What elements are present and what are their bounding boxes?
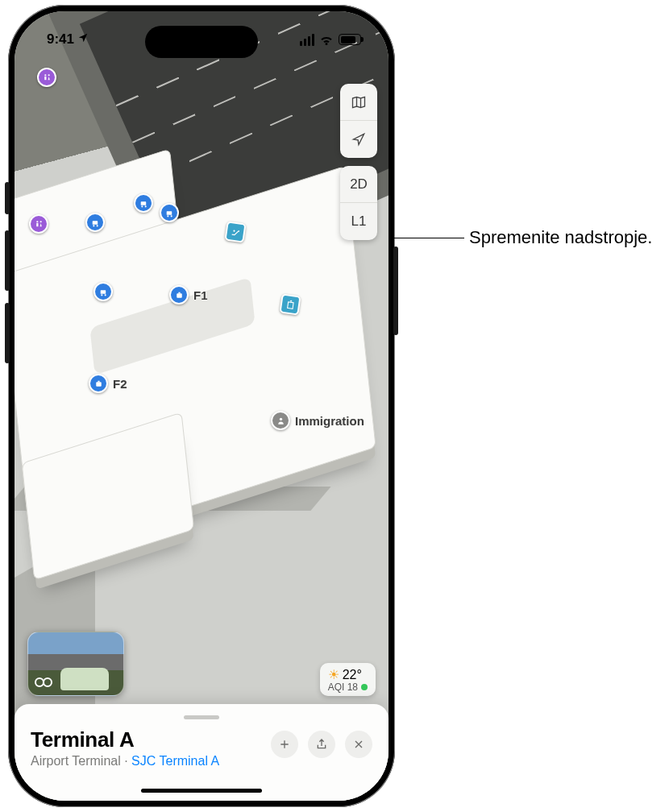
home-indicator[interactable] [141,789,262,793]
svg-rect-12 [166,211,172,214]
elevator-icon [279,293,301,315]
svg-point-5 [39,221,41,222]
poi-escalator[interactable] [226,222,245,242]
svg-point-18 [233,230,235,231]
map-mode-button[interactable] [340,84,377,121]
binoculars-icon [35,674,56,689]
cart-icon [134,193,153,213]
place-parent-link[interactable]: SJC Terminal A [131,754,219,768]
svg-rect-20 [177,293,182,297]
svg-point-14 [170,215,172,217]
svg-point-8 [96,225,98,226]
svg-point-3 [36,221,38,222]
svg-rect-1 [44,76,46,79]
svg-point-2 [48,74,49,76]
floor-label: L1 [351,213,367,230]
share-icon [315,738,328,751]
plus-icon [278,738,291,751]
place-card[interactable]: Terminal A Airport Terminal · SJC Termin… [15,704,389,801]
aqi-label: AQI 18 [328,682,358,693]
map-controls: 2D L1 [340,84,377,240]
sun-icon: ☀︎ [328,668,339,682]
baggage-icon [169,285,189,304]
close-icon [352,738,365,751]
poi-label: F2 [113,377,127,391]
svg-rect-15 [100,290,105,293]
volume-down [5,303,10,363]
immigration-icon [271,411,290,430]
battery-icon [339,34,361,45]
svg-rect-21 [178,292,180,293]
phone-frame: 9:41 [8,5,395,807]
svg-point-11 [144,205,146,207]
annotation-callout: Spremenite nadstropje. [419,227,652,248]
svg-point-17 [104,294,106,296]
dynamic-island [145,26,258,58]
svg-rect-6 [92,221,98,224]
svg-point-13 [167,215,168,217]
svg-point-7 [93,225,94,226]
svg-rect-4 [36,222,38,226]
restroom-icon [29,214,48,234]
svg-point-10 [141,205,143,207]
add-button[interactable] [271,731,298,758]
temperature: 22° [343,668,362,682]
poi-label: F1 [193,288,208,302]
svg-rect-19 [287,301,293,308]
place-title: Terminal A [31,727,219,752]
svg-point-24 [279,417,281,420]
poi-immigration[interactable]: Immigration [271,411,364,430]
cart-icon [160,203,179,222]
poi-baggage-cart[interactable] [134,193,153,213]
location-arrow-icon [351,131,367,147]
svg-rect-9 [140,201,146,205]
floor-picker-button[interactable]: L1 [340,203,377,240]
cellular-signal-icon [300,34,314,46]
weather-chip[interactable]: ☀︎ 22° AQI 18 [320,663,376,696]
look-around-thumbnail[interactable] [27,632,124,696]
poi-restroom[interactable] [37,68,56,87]
tracking-button[interactable] [340,121,377,158]
poi-baggage-claim-f1[interactable]: F1 [169,285,208,304]
poi-baggage-cart[interactable] [160,203,179,222]
aqi-status-dot [361,684,368,690]
restroom-icon [37,68,56,87]
view-2d-button[interactable]: 2D [340,166,377,203]
callout-leader-line [419,238,464,238]
poi-label: Immigration [295,414,364,428]
callout-text: Spremenite nadstropje. [469,227,652,248]
svg-point-16 [101,294,102,296]
place-category: Airport Terminal [31,754,121,768]
mute-switch [5,182,10,214]
baggage-icon [89,374,108,393]
svg-rect-22 [96,382,102,386]
poi-baggage-claim-f2[interactable]: F2 [89,374,127,393]
grabber-handle[interactable] [184,715,219,719]
wifi-icon [319,34,334,45]
share-button[interactable] [308,731,335,758]
location-services-icon [77,31,89,48]
place-subtitle: Airport Terminal · SJC Terminal A [31,754,219,768]
poi-restroom[interactable] [29,214,48,234]
poi-elevator[interactable] [280,295,300,314]
cart-icon [93,282,113,301]
poi-baggage-cart[interactable] [93,282,113,301]
svg-rect-23 [98,380,99,382]
view-2d-label: 2D [350,176,368,193]
svg-point-0 [44,74,46,76]
status-time: 9:41 [47,31,74,48]
screen: 9:41 [15,11,389,801]
poi-baggage-cart[interactable] [85,213,105,232]
escalator-icon [224,221,246,242]
volume-up [5,230,10,291]
map-icon [351,94,367,110]
cart-icon [85,213,105,232]
close-button[interactable] [345,731,372,758]
side-button [393,246,398,335]
